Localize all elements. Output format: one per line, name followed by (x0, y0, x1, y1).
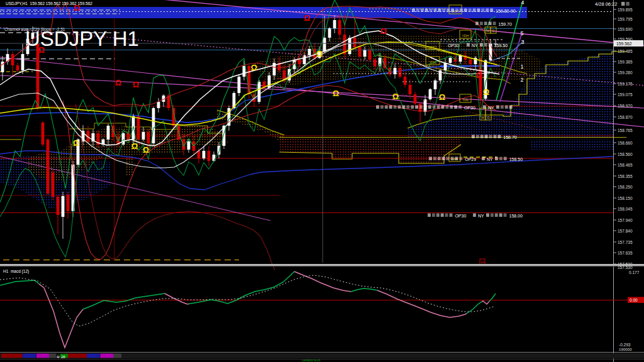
svg-text:5: 5 (520, 30, 523, 36)
svg-text:Ω: Ω (380, 26, 387, 36)
svg-text:Ω: Ω (251, 63, 257, 72)
svg-text:28: 28 (61, 355, 65, 359)
svg-text:OP30: OP30 (448, 43, 459, 48)
svg-text:Ω: Ω (316, 49, 323, 58)
svg-text:-0.293: -0.293 (619, 343, 631, 347)
svg-text:4: 4 (521, 0, 524, 6)
svg-text:W: W (486, 29, 490, 33)
svg-text:3: 3 (521, 39, 524, 45)
svg-text:157.940: 157.940 (618, 218, 633, 222)
svg-text:Ω: Ω (73, 138, 79, 148)
svg-text:159.690: 159.690 (618, 27, 633, 31)
svg-text:158.50: 158.50 (509, 157, 523, 162)
svg-text:159.485: 159.485 (618, 49, 633, 53)
svg-text:YDO: YDO (429, 45, 437, 49)
svg-text:Ω: Ω (476, 70, 482, 80)
svg-text:157.530: 157.530 (618, 265, 633, 270)
svg-text:158.045: 158.045 (618, 207, 633, 211)
svg-text:158.150: 158.150 (618, 196, 633, 200)
svg-text:Default 4/26: Default 4/26 (302, 358, 321, 362)
svg-text:OP30: OP30 (455, 214, 466, 218)
svg-text:Ω: Ω (115, 78, 121, 87)
svg-text:158.765: 158.765 (618, 128, 633, 133)
svg-text:Ω: Ω (333, 89, 339, 98)
svg-text:158.465: 158.465 (618, 163, 633, 167)
svg-text:158.870: 158.870 (618, 115, 633, 119)
svg-text:159.895: 159.895 (618, 8, 633, 12)
svg-text:159.795: 159.795 (618, 17, 633, 21)
svg-text:Ω: Ω (143, 145, 149, 155)
svg-text:0.177: 0.177 (629, 270, 640, 275)
svg-text:1: 1 (520, 63, 523, 70)
svg-text:158.355: 158.355 (618, 174, 633, 178)
svg-text:158.660: 158.660 (618, 141, 633, 145)
svg-text:158.70: 158.70 (503, 135, 517, 140)
svg-text:158.560: 158.560 (618, 152, 633, 156)
svg-text:YDL: YDL (462, 98, 469, 102)
svg-text:NY: NY (488, 106, 494, 110)
svg-text:157.635: 157.635 (618, 251, 633, 255)
svg-text:159.175: 159.175 (618, 82, 633, 86)
svg-text:159.562: 159.562 (616, 41, 632, 46)
svg-text:159.50: 159.50 (494, 43, 508, 48)
svg-text:2: 2 (520, 77, 523, 83)
svg-text:159.075: 159.075 (618, 92, 633, 97)
svg-text:159.280: 159.280 (618, 70, 633, 75)
svg-text:4/: 4/ (57, 355, 60, 359)
svg-text:USDJPY,H1 159.562 159.562 159: USDJPY,H1 159.562 159.562 159.362 159.56… (6, 1, 92, 6)
svg-text:OP29: OP29 (465, 157, 476, 162)
svg-text:158.250: 158.250 (618, 185, 633, 189)
svg-text:Ω: Ω (133, 80, 139, 89)
svg-text:USDJPY H1: USDJPY H1 (25, 27, 139, 50)
svg-text:157.735: 157.735 (618, 240, 633, 244)
svg-text:NY: NY (472, 43, 478, 48)
svg-text:D: D (487, 116, 490, 119)
svg-text:158.970: 158.970 (618, 104, 633, 108)
svg-text:NY: NY (487, 157, 493, 162)
svg-text:Ω: Ω (304, 13, 310, 23)
svg-text:Ω: Ω (483, 87, 489, 97)
svg-text:NY: NY (478, 214, 484, 218)
svg-text:OP30: OP30 (464, 106, 475, 110)
svg-text:H1 macd (12): H1 macd (12) (3, 269, 29, 274)
svg-text:159.80-90: 159.80-90 (496, 9, 516, 13)
svg-text:159.70: 159.70 (499, 22, 513, 26)
svg-text:YDC: YDC (429, 60, 436, 64)
svg-text:190000: 190000 (619, 347, 632, 351)
svg-text:YDH: YDH (462, 34, 469, 38)
svg-text:158.00: 158.00 (509, 214, 523, 218)
svg-text:Ω: Ω (131, 141, 138, 151)
svg-text:W: W (481, 116, 485, 119)
svg-text:157.840: 157.840 (618, 229, 633, 233)
svg-text:4/28 06:22: 4/28 06:22 (595, 1, 617, 7)
svg-text:159.385: 159.385 (618, 60, 633, 64)
svg-text:0.00: 0.00 (630, 298, 638, 302)
svg-text:M: M (481, 260, 484, 264)
svg-text:Ω: Ω (439, 92, 445, 102)
svg-text:Ω: Ω (392, 92, 399, 101)
svg-text:D: D (492, 29, 495, 33)
